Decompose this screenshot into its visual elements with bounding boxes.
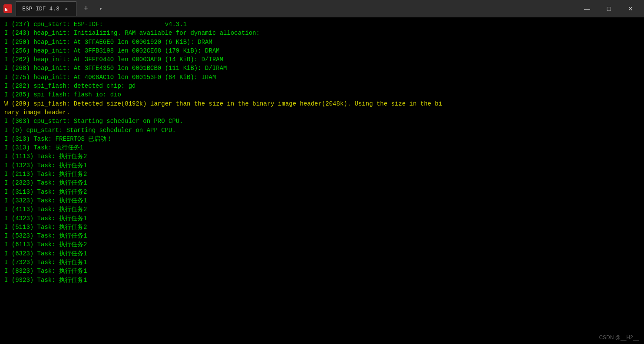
- main-tab[interactable]: ESP-IDF 4.3 ✕: [16, 1, 76, 16]
- terminal-line: nary image header.: [4, 108, 640, 117]
- terminal-line: I (5113) Task: 执行任务2: [4, 223, 640, 232]
- terminal-line: I (243) heap_init: Initializing. RAM ava…: [4, 29, 640, 37]
- tab-dropdown-button[interactable]: ▾: [96, 3, 106, 14]
- terminal-line: I (275) heap_init: At 4008AC10 len 00015…: [4, 73, 640, 82]
- title-bar-left: E ESP-IDF 4.3 ✕ + ▾: [3, 1, 577, 16]
- terminal-line: I (2113) Task: 执行任务2: [4, 170, 640, 179]
- terminal-line: I (4323) Task: 执行任务1: [4, 214, 640, 223]
- title-bar: E ESP-IDF 4.3 ✕ + ▾ — □ ✕: [0, 0, 644, 17]
- terminal-line: I (6323) Task: 执行任务1: [4, 249, 640, 258]
- terminal-line: I (237) cpu_start: ESP-IDF: v4.3.1: [4, 20, 640, 29]
- terminal-line: I (8323) Task: 执行任务1: [4, 267, 640, 275]
- terminal-line: I (2323) Task: 执行任务1: [4, 179, 640, 187]
- terminal-line: I (282) spi_flash: detected chip: gd: [4, 82, 640, 90]
- maximize-button[interactable]: □: [599, 2, 619, 16]
- minimize-button[interactable]: —: [577, 2, 597, 16]
- terminal-line: I (262) heap_init: At 3FFE0440 len 00003…: [4, 55, 640, 64]
- terminal-line: I (9323) Task: 执行任务1: [4, 276, 640, 284]
- terminal-line: I (1113) Task: 执行任务2: [4, 152, 640, 161]
- terminal-line: I (3113) Task: 执行任务2: [4, 188, 640, 196]
- svg-text:E: E: [5, 7, 8, 12]
- watermark: CSDN @__H2__: [599, 334, 639, 341]
- terminal-line: I (303) cpu_start: Starting scheduler on…: [4, 117, 640, 126]
- terminal-line: I (5323) Task: 执行任务1: [4, 232, 640, 240]
- terminal-line: I (0) cpu_start: Starting scheduler on A…: [4, 126, 640, 135]
- window-controls: — □ ✕: [577, 2, 641, 16]
- tab-title: ESP-IDF 4.3: [22, 6, 59, 12]
- close-button[interactable]: ✕: [621, 2, 641, 16]
- terminal-output: I (237) cpu_start: ESP-IDF: v4.3.1I (243…: [0, 17, 644, 344]
- terminal-line: I (7323) Task: 执行任务1: [4, 258, 640, 267]
- terminal-line: I (250) heap_init: At 3FFAE6E0 len 00001…: [4, 38, 640, 46]
- app-icon: E: [3, 4, 12, 13]
- tab-close-button[interactable]: ✕: [63, 6, 70, 13]
- terminal-line: I (313) Task: FREERTOS 已启动！: [4, 135, 640, 143]
- terminal-line: I (3323) Task: 执行任务1: [4, 196, 640, 205]
- terminal-line: I (313) Task: 执行任务1: [4, 143, 640, 152]
- new-tab-button[interactable]: +: [80, 3, 92, 15]
- terminal-line: I (6113) Task: 执行任务2: [4, 240, 640, 249]
- terminal-line: I (268) heap_init: At 3FFE4350 len 0001B…: [4, 64, 640, 73]
- terminal-line: I (4113) Task: 执行任务2: [4, 205, 640, 214]
- terminal-line: W (289) spi_flash: Detected size(8192k) …: [4, 99, 640, 108]
- terminal-line: I (256) heap_init: At 3FFB3198 len 0002C…: [4, 46, 640, 55]
- terminal-line: I (285) spi_flash: flash io: dio: [4, 90, 640, 99]
- terminal-line: I (1323) Task: 执行任务1: [4, 161, 640, 170]
